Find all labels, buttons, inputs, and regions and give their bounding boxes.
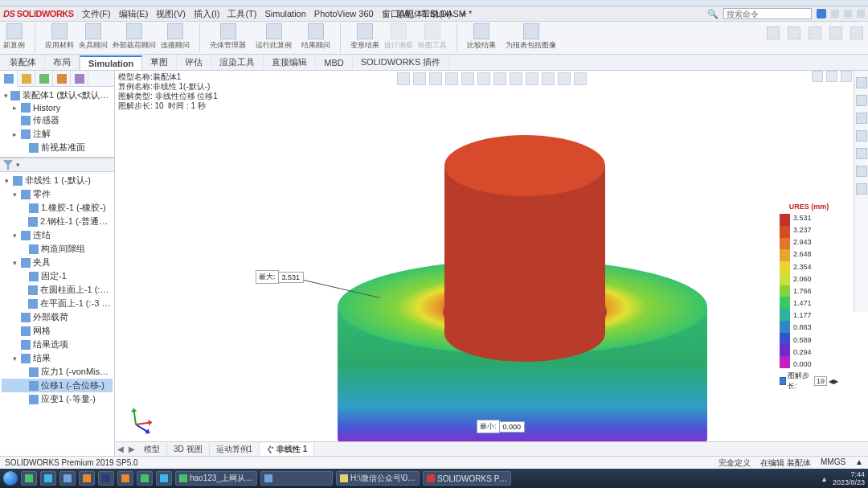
tab-addins[interactable]: SOLIDWORKS 插件 bbox=[353, 55, 450, 70]
tree-result-strain[interactable]: 应变1 (-等量-) bbox=[2, 392, 113, 406]
tabs-next-icon[interactable]: ▶ bbox=[126, 445, 137, 453]
system-clock[interactable]: 7:442023/8/23 bbox=[833, 470, 865, 486]
taskbar-app[interactable] bbox=[137, 471, 153, 486]
tree-fixtures[interactable]: ▾夹具 bbox=[2, 256, 113, 269]
viewtab-motion1[interactable]: 运动算例1 bbox=[210, 443, 260, 456]
tree-part-rubber[interactable]: 1.橡胶-1 (-橡胶-) bbox=[2, 201, 113, 215]
viewtab-3dview[interactable]: 3D 视图 bbox=[167, 443, 210, 456]
tab-sketch[interactable]: 草图 bbox=[142, 55, 177, 70]
callout-min[interactable]: 最小:0.000 bbox=[477, 420, 525, 433]
taskbar-app[interactable] bbox=[156, 471, 172, 486]
tree-contact-set[interactable]: 构造间隙组 bbox=[2, 242, 113, 256]
status-chevron-icon[interactable]: ▲ bbox=[855, 457, 863, 469]
tree-history[interactable]: ▸History bbox=[2, 102, 113, 113]
viewport-min-icon[interactable] bbox=[826, 71, 837, 82]
tray-chevron-icon[interactable]: ▴ bbox=[822, 474, 826, 483]
tab-layout[interactable]: 布局 bbox=[45, 55, 80, 70]
taskbar-window-solidworks[interactable]: SOLIDWORKS P… bbox=[423, 471, 511, 486]
ribbon-tool-icon[interactable] bbox=[809, 27, 821, 39]
tree-result-stress[interactable]: 应力1 (-vonMises-) bbox=[2, 365, 113, 379]
ribbon-tool-icon[interactable] bbox=[767, 27, 780, 39]
ribbon-deform[interactable]: 变形结果 bbox=[350, 23, 379, 51]
ribbon-report[interactable]: 为报表包括图像 bbox=[506, 23, 556, 51]
tab-direct-edit[interactable]: 直接编辑 bbox=[264, 55, 316, 70]
viewport-split-icon[interactable] bbox=[812, 71, 823, 82]
ribbon-run[interactable]: 运行此算例 bbox=[256, 23, 292, 51]
fm-tab-config[interactable] bbox=[35, 71, 53, 87]
tree-sensors[interactable]: 传感器 bbox=[2, 113, 113, 127]
tree-fixture-cyl[interactable]: 在圆柱面上-1 (:克曲:) bbox=[2, 283, 113, 297]
help-icon[interactable] bbox=[817, 9, 826, 18]
menu-view[interactable]: 视图(V) bbox=[156, 8, 186, 20]
taskbar-window-hao123[interactable]: hao123_上网从… bbox=[175, 471, 257, 486]
start-button[interactable] bbox=[3, 471, 18, 486]
menu-insert[interactable]: 插入(I) bbox=[194, 8, 219, 20]
ribbon-apply-material[interactable]: 应用材料 bbox=[45, 23, 74, 51]
fm-tab-display[interactable] bbox=[71, 71, 88, 87]
tree-part-steel[interactable]: 2.钢柱-1 (-普通碳钢-) bbox=[2, 215, 113, 228]
view-scene-icon[interactable] bbox=[477, 72, 490, 85]
legend-step-value[interactable]: 19 bbox=[814, 376, 827, 386]
tree-fixture-flat[interactable]: 在平面上-1 (:-3 mm:) bbox=[2, 297, 113, 310]
maximize-button[interactable] bbox=[844, 10, 852, 18]
tree-fixture-fixed[interactable]: 固定-1 bbox=[2, 269, 113, 283]
menu-file[interactable]: 文件(F) bbox=[82, 8, 111, 20]
study-root[interactable]: ▾非线性 1 (-默认-) bbox=[2, 174, 113, 187]
view-setting-icon[interactable] bbox=[526, 72, 538, 85]
tree-parts[interactable]: ▾零件 bbox=[2, 187, 113, 201]
taskbar-app[interactable] bbox=[40, 471, 56, 486]
legend-step-icon[interactable] bbox=[780, 377, 786, 385]
status-units[interactable]: MMGS bbox=[821, 457, 845, 469]
viewtab-nonlinear1[interactable]: ぐ 非线性 1 bbox=[260, 443, 314, 456]
tab-simulation[interactable]: Simulation bbox=[80, 55, 142, 70]
tree-front-plane[interactable]: 前视基准面 bbox=[2, 141, 113, 154]
taskbar-app[interactable] bbox=[117, 471, 133, 486]
view-more-icon[interactable] bbox=[542, 72, 555, 85]
taskpane-view-palette-icon[interactable] bbox=[856, 130, 867, 141]
ribbon-tool-icon[interactable] bbox=[829, 27, 842, 39]
ribbon-ext-load[interactable]: 外部载荷顾问 bbox=[113, 23, 156, 51]
taskpane-custom-props-icon[interactable] bbox=[856, 166, 867, 177]
tree-result-displacement[interactable]: 位移1 (-合位移-) bbox=[2, 379, 113, 392]
ribbon-results[interactable]: 结果顾问 bbox=[301, 23, 330, 51]
ribbon-new-study[interactable]: 新算例 bbox=[3, 23, 25, 51]
tree-mesh[interactable]: 网格 bbox=[2, 324, 113, 338]
ribbon-compare[interactable]: 比较结果 bbox=[467, 23, 496, 51]
ribbon-tool-icon[interactable] bbox=[850, 27, 863, 39]
view-display-icon[interactable] bbox=[461, 72, 474, 85]
tree-result-options[interactable]: 结果选项 bbox=[2, 338, 113, 351]
fm-tab-design-tree[interactable] bbox=[0, 71, 18, 87]
view-section-icon[interactable] bbox=[429, 72, 442, 85]
viewtab-model[interactable]: 模型 bbox=[137, 443, 167, 456]
fm-tab-property[interactable] bbox=[18, 71, 35, 87]
menu-simulation[interactable]: Simulation bbox=[264, 9, 305, 18]
close-button[interactable] bbox=[857, 10, 865, 18]
callout-max[interactable]: 最大:3.531 bbox=[256, 270, 304, 284]
taskpane-file-explorer-icon[interactable] bbox=[856, 113, 867, 124]
view-more-icon[interactable] bbox=[574, 72, 587, 85]
fm-tab-dim[interactable] bbox=[53, 71, 71, 87]
view-appearance-icon[interactable] bbox=[510, 72, 522, 85]
tree-root[interactable]: ▾装配体1 (默认<默认_显示状态-1>) bbox=[2, 88, 113, 102]
tab-render[interactable]: 渲染工具 bbox=[211, 55, 264, 70]
taskbar-app[interactable] bbox=[59, 471, 76, 486]
menu-edit[interactable]: 编辑(E) bbox=[119, 8, 149, 20]
filter-bar[interactable]: ▾ bbox=[0, 158, 114, 172]
taskbar-window-explorer[interactable]: H:\微信公众号\0… bbox=[336, 471, 420, 486]
ribbon-shell[interactable]: 壳体管理器 bbox=[210, 23, 246, 51]
minimize-button[interactable] bbox=[831, 10, 839, 18]
taskpane-resources-icon[interactable] bbox=[856, 77, 867, 88]
taskpane-appearances-icon[interactable] bbox=[856, 148, 867, 159]
taskbar-app[interactable] bbox=[79, 471, 95, 486]
tab-mbd[interactable]: MBD bbox=[316, 56, 352, 69]
view-zoom-icon[interactable] bbox=[397, 72, 410, 85]
view-more-icon[interactable] bbox=[558, 72, 571, 85]
menu-photoview[interactable]: PhotoView 360 bbox=[314, 9, 374, 18]
view-orient-icon[interactable] bbox=[445, 72, 458, 85]
tabs-prev-icon[interactable]: ◀ bbox=[115, 445, 126, 453]
ribbon-fixture[interactable]: 夹具顾问 bbox=[79, 23, 108, 51]
view-fit-icon[interactable] bbox=[413, 72, 426, 85]
tab-assembly[interactable]: 装配体 bbox=[2, 55, 45, 70]
tree-loads[interactable]: 外部载荷 bbox=[2, 310, 113, 324]
taskbar-window[interactable] bbox=[260, 471, 333, 486]
